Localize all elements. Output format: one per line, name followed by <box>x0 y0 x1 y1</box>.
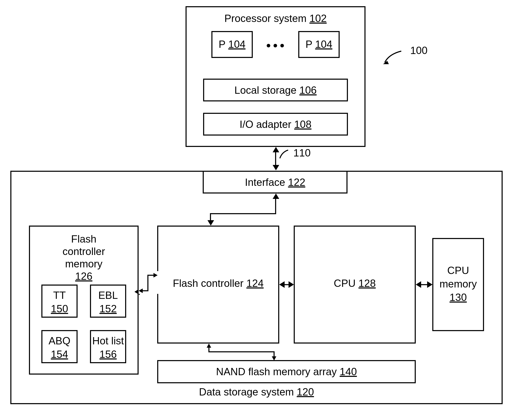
link-110-arrow-down <box>273 165 279 170</box>
cpu-memory-label: CPU memory 130 <box>433 264 483 304</box>
interface-box: Interface 122 <box>203 171 348 194</box>
flash-controller-memory-box: Flash controller memory 126 TT 150 EBL 1… <box>29 226 139 375</box>
processor-p1-label: P 104 <box>212 38 252 50</box>
flash-controller-box: Flash controller 124 <box>157 226 279 344</box>
processor-system-box: Processor system 102 P 104 ••• P 104 Loc… <box>185 6 366 147</box>
cpu-memory-box: CPU memory 130 <box>432 238 484 331</box>
ellipsis-icon: ••• <box>263 38 290 52</box>
cpu-mem-arrow-left <box>416 281 421 288</box>
interface-label: Interface 122 <box>204 176 347 188</box>
fc-nand-connector <box>205 344 279 361</box>
iface-fc-hline <box>210 213 276 214</box>
flash-controller-memory-title: Flash controller memory 126 <box>30 233 138 282</box>
figure-ref-label: 100 <box>407 44 431 56</box>
cpu-label: CPU 128 <box>295 277 415 289</box>
processor-p2-label: P 104 <box>299 38 339 50</box>
tt-box: TT 150 <box>41 285 78 318</box>
iface-fc-arrow-down <box>207 220 214 226</box>
iface-fc-vline <box>275 198 276 213</box>
figure-ref-arrow <box>383 48 408 64</box>
fc-cpu-arrow-right <box>288 281 294 288</box>
link-110-line <box>275 151 276 167</box>
nand-label: NAND flash memory array 140 <box>158 366 415 378</box>
processor-p2-box: P 104 <box>298 31 340 58</box>
fc-cpu-arrow-left <box>279 281 285 288</box>
link-110-curve <box>279 148 291 160</box>
abq-label: ABQ 154 <box>42 334 77 361</box>
hotlist-box: Hot list 156 <box>90 330 126 363</box>
svg-marker-4 <box>207 344 211 348</box>
iface-fc-arrow-up <box>273 194 279 199</box>
processor-p1-box: P 104 <box>211 31 253 58</box>
ebl-label: EBL 152 <box>91 289 125 316</box>
link-110-arrow-up <box>273 147 279 152</box>
io-adapter-label: I/O adapter 108 <box>204 118 347 130</box>
flash-controller-label: Flash controller 124 <box>158 277 278 289</box>
local-storage-box: Local storage 106 <box>203 79 348 101</box>
processor-system-title: Processor system 102 <box>187 12 364 24</box>
ebl-box: EBL 152 <box>90 285 126 318</box>
tt-label: TT 150 <box>42 289 77 316</box>
hotlist-label: Hot list 156 <box>91 334 125 361</box>
svg-marker-5 <box>272 356 276 361</box>
link-110-label: 110 <box>290 147 314 159</box>
io-adapter-box: I/O adapter 108 <box>203 113 348 136</box>
fcm-fc-connector <box>139 271 158 294</box>
local-storage-label: Local storage 106 <box>204 84 347 96</box>
cpu-mem-arrow-right <box>427 281 432 288</box>
cpu-box: CPU 128 <box>294 226 416 344</box>
abq-box: ABQ 154 <box>41 330 78 363</box>
nand-box: NAND flash memory array 140 <box>157 360 416 383</box>
data-storage-system-title: Data storage system 120 <box>11 386 501 398</box>
